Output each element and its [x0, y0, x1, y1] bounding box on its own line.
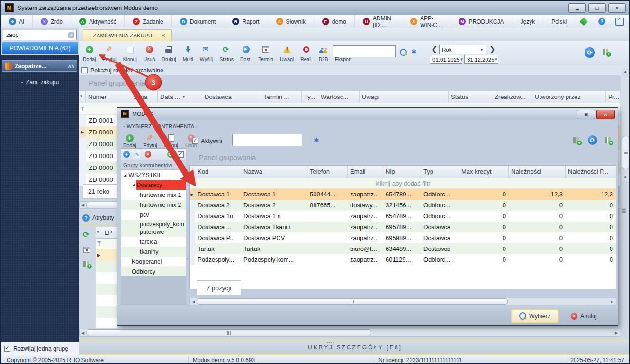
settings-gear-icon[interactable]: ✱ [314, 136, 319, 144]
menu-item[interactable]: D Dokument [172, 15, 225, 28]
calendar-icon[interactable] [83, 247, 90, 253]
add-column-icon[interactable] [83, 261, 90, 267]
tree-item[interactable]: ◢ Dostawcy [121, 180, 186, 190]
maximize-button[interactable]: ▢ [588, 3, 606, 13]
add-column-icon[interactable] [605, 137, 612, 143]
tab-atrybuty[interactable]: ? Atrybuty [81, 212, 117, 224]
column-header-telefon[interactable]: Telefon [307, 166, 348, 178]
column-header-marker[interactable]: * [96, 227, 102, 238]
lp-grid-filter-row[interactable] [96, 239, 117, 249]
column-header-email[interactable]: Email [348, 166, 383, 178]
panel-splitter[interactable]: ⁚⁚⁚⁚ [187, 255, 189, 267]
menu-item[interactable]: Z Zadanie [125, 15, 171, 28]
column-header-lp[interactable]: LP [102, 227, 117, 238]
scroll-left-icon[interactable]: ◀ [80, 202, 86, 208]
dialog-close-button[interactable]: ✕ [596, 110, 615, 119]
table-row[interactable]: ▶ Podzespoły... Podzespoły kom... zaopat… [190, 254, 616, 265]
group-panel[interactable]: Panel grupowania [79, 75, 629, 91]
next-period-icon[interactable]: ❯ [489, 45, 495, 53]
archive-checkbox[interactable] [81, 67, 88, 73]
scroll-down-icon[interactable]: ▼ [621, 174, 629, 181]
column-header-data[interactable]: Data ...▼ [158, 91, 202, 103]
toolbar-button[interactable]: Uwagi [277, 43, 297, 64]
sidebar-group-zaopatrzenie[interactable]: Zaopatrze... ∧∧ [2, 60, 77, 72]
menu-item[interactable]: S APP-WIN-C... [402, 15, 450, 28]
column-header-numer[interactable]: Numer [86, 91, 126, 103]
tree-item[interactable]: ◢ podzespoły_komputerowe [121, 220, 186, 237]
scroll-left-icon[interactable]: ◀ [190, 298, 197, 305]
date-from-select[interactable]: 01.01.2025 ▼ [430, 55, 462, 64]
menu-item[interactable]: Polski [543, 15, 575, 28]
scroll-left-icon[interactable]: ◀ [80, 329, 86, 336]
sidebar-search-input[interactable] [5, 31, 63, 39]
menu-item[interactable]: R Raport [224, 15, 268, 28]
column-header-nip[interactable]: Nip [383, 166, 421, 178]
column-header-kod[interactable]: Kod [195, 166, 241, 178]
column-header-uwagi[interactable]: Uwagi [360, 91, 449, 103]
bottom-hscrollbar[interactable]: ◀ ▶ [79, 329, 620, 337]
column-header-seria[interactable]: Seria [126, 91, 158, 103]
column-header-typ[interactable]: Ty... [302, 91, 318, 103]
collapse-chevron-icon[interactable]: ∧∧ [67, 63, 74, 69]
refresh-icon[interactable] [83, 231, 90, 239]
lp-grid-rows[interactable] [96, 261, 117, 328]
toolbar-button[interactable]: Status [216, 43, 236, 64]
toolbar-button[interactable]: Wyślij [197, 43, 216, 64]
dialog-group-panel[interactable]: Panel grupowania [189, 150, 616, 165]
table-row[interactable]: ▶ Dostawca 1 Dostawca 1 500444... zaopat… [190, 189, 616, 200]
tree-item[interactable]: ◢ pcv [121, 210, 186, 220]
menu-item[interactable]: ❖ AI [1, 15, 33, 28]
toolbar-button[interactable]: Real. [297, 43, 315, 64]
column-header-dostawca[interactable]: Dostawca [202, 91, 261, 103]
toolbar-button[interactable]: B2B [316, 43, 331, 64]
switch-window-button[interactable] [611, 15, 629, 28]
menu-item[interactable]: A Aktywność [71, 15, 125, 28]
scrollbar-thumb[interactable] [622, 136, 630, 169]
scroll-right-icon[interactable]: ▶ [609, 298, 616, 305]
refresh-icon[interactable]: ⟳ [588, 135, 597, 145]
tree-item[interactable]: ◢ tarcica [121, 237, 186, 247]
table-row[interactable]: ▶ Dostawca 1n Dostawca 1 n zaopatrz... 6… [190, 211, 616, 222]
toolbar-button[interactable]: Drukuj [159, 43, 179, 64]
tab-close-icon[interactable]: ✕ [161, 33, 166, 39]
add-column-icon[interactable] [573, 137, 580, 143]
dialog-restore-button[interactable]: ▣ [577, 110, 595, 119]
refresh-icon[interactable]: ⟳ [585, 47, 595, 58]
select-button[interactable]: Wybierz [512, 310, 558, 322]
scroll-right-icon[interactable]: ▶ [613, 329, 620, 336]
tab-zamowienia-zakupu[interactable]: · ZAMÓWIENIA ZAKUPU · ✕ [83, 29, 172, 41]
date-to-select[interactable]: 31.12.2025 ▼ [464, 55, 498, 64]
expander-icon[interactable]: ◢ [132, 183, 135, 187]
tree-item[interactable]: ◢ hurtownie mix 2 [121, 200, 186, 210]
column-header-naleznosci-p[interactable]: Należności P... [566, 166, 616, 178]
lp-selected-row[interactable]: ▶ [96, 249, 117, 261]
table-row[interactable]: ▶ Dostawca 2 Dostawca 2 887665... dostaw… [190, 200, 616, 211]
grid-search-input[interactable] [333, 45, 396, 57]
column-header-utworzony[interactable]: Utworzony przez [532, 91, 606, 103]
column-header-zrealizowano[interactable]: Zrealizow... [492, 91, 532, 103]
period-mode-select[interactable]: Rok ▼ [439, 45, 486, 54]
toolbar-button[interactable]: Multi [180, 43, 196, 64]
scrollbar-thumb[interactable] [197, 298, 508, 305]
dialog-toolbar-button[interactable]: Edytuj [140, 131, 160, 150]
contractors-filter-row[interactable]: kliknij aby dodać filtr [190, 178, 616, 189]
scrollbar-thumb[interactable] [86, 329, 371, 336]
tree-item[interactable]: ◢ WSZYSTKIE [121, 170, 186, 180]
hide-details-bar[interactable]: •••• UKRYJ SZCZEGÓŁY [F8] [79, 339, 630, 355]
table-row[interactable]: ▶ Dostawca P... Dostawca PCV zaopatrz...… [190, 232, 616, 243]
tree-item[interactable]: ◢ Kooperanci [121, 257, 186, 266]
menu-item[interactable]: F demo [314, 15, 355, 28]
tree-item[interactable]: ◢ Odbiorcy [121, 266, 186, 276]
main-grid-vscrollbar[interactable]: ▲ ▼ [621, 68, 630, 181]
contractor-search-input[interactable] [232, 134, 302, 146]
active-checkbox[interactable] [192, 138, 198, 144]
menu-item[interactable]: S Słownik [268, 15, 314, 28]
column-header-marker[interactable]: * [79, 91, 86, 103]
sidebar-item-zam-zakupu[interactable]: Zam. zakupu [1, 78, 79, 87]
delete-group-icon[interactable]: ✕ [145, 151, 152, 158]
toolbar-button[interactable]: Edytuj [99, 43, 119, 64]
contractors-hscrollbar[interactable]: ◀ ▶ [189, 298, 616, 305]
menu-item[interactable]: M PRODUKCJA [450, 15, 512, 28]
add-column-icon[interactable] [603, 49, 610, 55]
quick-action-button[interactable] [575, 15, 593, 28]
